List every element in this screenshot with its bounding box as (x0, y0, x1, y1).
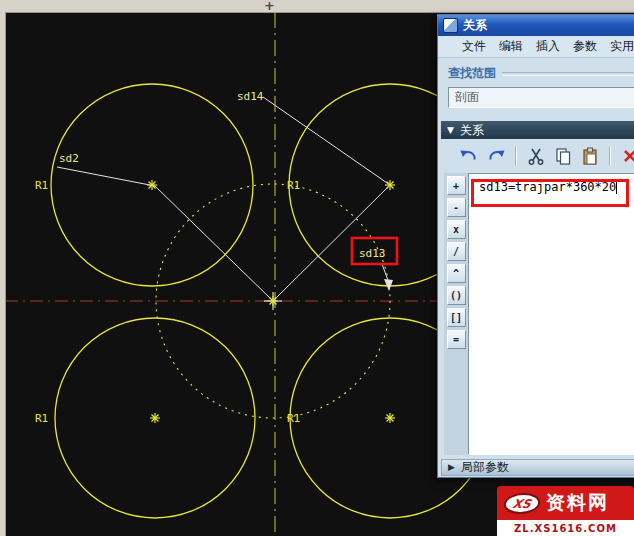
look-in-label: 查找范围 (448, 65, 496, 82)
collapse-triangle-icon: ▼ (447, 126, 454, 135)
watermark-logo: XS 资料网 ZL.XS1616.COM (497, 486, 634, 536)
look-in-group: 查找范围 (448, 65, 634, 82)
annotation-highlight-expression (471, 179, 629, 207)
dialog-menubar: 文件 编辑 插入 参数 实用工具 (438, 36, 634, 58)
local-params-section-header[interactable]: ▶ 局部参数 (441, 459, 634, 476)
look-in-combobox[interactable]: 剖面 (448, 87, 634, 108)
construction-lines (57, 97, 393, 301)
menu-insert[interactable]: 插入 (536, 38, 560, 55)
dim-label-sd2[interactable]: sd2 (59, 152, 79, 165)
watermark-name: 资料网 (546, 490, 609, 516)
toolbar-separator (515, 147, 517, 165)
watermark-domain: ZL.XS1616.COM (497, 520, 634, 536)
menu-file[interactable]: 文件 (462, 38, 486, 55)
cut-icon[interactable] (525, 145, 547, 167)
radius-label-top-right[interactable]: R1 (287, 179, 300, 192)
relations-section-header[interactable]: ▼ 关系 (441, 121, 634, 139)
copy-icon[interactable] (552, 145, 574, 167)
delete-icon[interactable] (619, 145, 634, 167)
dim-label-sd13[interactable]: sd13 (359, 247, 386, 260)
operator-divide-button[interactable]: / (447, 242, 466, 261)
operator-brackets-button[interactable]: [] (447, 308, 466, 327)
dimension-arrowhead (384, 279, 393, 291)
operator-power-button[interactable]: ^ (447, 264, 466, 283)
toolbar-separator (609, 147, 611, 165)
expand-triangle-icon: ▶ (448, 463, 455, 472)
dialog-titlebar[interactable]: 关系 (438, 15, 634, 36)
radius-label-bottom-left[interactable]: R1 (35, 412, 48, 425)
relations-text-input[interactable]: sd13=trajpar*360*20 (468, 173, 634, 455)
radius-label-top-left[interactable]: R1 (35, 179, 48, 192)
look-in-value: 剖面 (455, 89, 479, 106)
group-rule (502, 72, 634, 76)
dim-label-sd14[interactable]: sd14 (237, 90, 264, 103)
local-params-label: 局部参数 (461, 459, 509, 476)
radius-label-bottom-right[interactable]: R1 (287, 412, 300, 425)
operator-strip: + - x / ^ () [] = (444, 173, 468, 455)
menu-edit[interactable]: 编辑 (499, 38, 523, 55)
operator-equals-button[interactable]: = (447, 330, 466, 349)
relations-dialog: 关系 文件 编辑 插入 参数 实用工具 查找范围 剖面 ▼ 关系 (437, 14, 634, 478)
operator-minus-button[interactable]: - (447, 198, 466, 217)
redo-icon[interactable] (485, 145, 507, 167)
dialog-icon (443, 18, 458, 33)
relations-editor: + - x / ^ () [] = sd13=trajpar*360*20 (444, 173, 634, 455)
menu-utilities[interactable]: 实用工具 (610, 38, 634, 55)
watermark-banner: XS 资料网 (497, 486, 634, 520)
window-left-border (0, 12, 6, 536)
axis-cross-icon: + (264, 0, 275, 13)
operator-plus-button[interactable]: + (447, 176, 466, 195)
menu-parameters[interactable]: 参数 (573, 38, 597, 55)
window-top-border: + (0, 0, 634, 13)
paste-icon[interactable] (579, 145, 601, 167)
relations-section-label: 关系 (460, 122, 484, 139)
watermark-badge: XS (502, 493, 542, 514)
dialog-title: 关系 (463, 17, 487, 34)
relations-toolbar (444, 142, 634, 170)
operator-multiply-button[interactable]: x (447, 220, 466, 239)
operator-parens-button[interactable]: () (447, 286, 466, 305)
undo-icon[interactable] (458, 145, 480, 167)
